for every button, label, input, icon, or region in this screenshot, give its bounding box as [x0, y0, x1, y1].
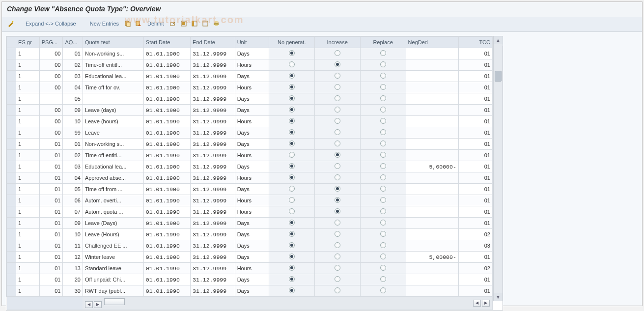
cell-replace-radio[interactable]: [380, 129, 386, 135]
cell-replace-radio[interactable]: [380, 220, 386, 226]
cell-unit[interactable]: Hours: [235, 206, 269, 218]
cell-quotatext[interactable]: Educational lea...: [83, 71, 143, 82]
cell-nogen[interactable]: [269, 93, 314, 105]
cell-aq[interactable]: 12: [63, 252, 83, 263]
cell-quotatext[interactable]: Leave (Hours): [83, 229, 143, 240]
cell-startdate[interactable]: 01.01.1990: [143, 240, 190, 252]
cell-aq[interactable]: 07: [63, 206, 83, 218]
select-all-icon[interactable]: [180, 20, 188, 28]
cell-replace-radio[interactable]: [380, 197, 386, 203]
cell-increase-radio[interactable]: [335, 208, 340, 214]
cell-psg[interactable]: 01: [39, 229, 63, 240]
hscroll-right2-button[interactable]: ▶: [482, 300, 490, 307]
cell-aq[interactable]: 99: [63, 127, 83, 139]
cell-quotatext[interactable]: Challenged EE ...: [83, 240, 143, 252]
cell-aq[interactable]: 04: [63, 172, 83, 184]
cell-tcc[interactable]: 01: [458, 218, 492, 229]
cell-esgr[interactable]: 1: [16, 93, 40, 105]
cell-enddate[interactable]: 31.12.9999: [191, 116, 235, 127]
cell-nogen-radio[interactable]: [289, 197, 295, 203]
expand-collapse-button[interactable]: Expand <-> Collapse: [24, 19, 78, 28]
cell-nogen-radio[interactable]: [289, 242, 295, 248]
select-block-icon[interactable]: [191, 20, 198, 28]
col-esgr[interactable]: ES gr: [16, 37, 40, 48]
row-selector[interactable]: [7, 116, 16, 127]
cell-tcc[interactable]: 01: [458, 48, 492, 59]
cell-startdate[interactable]: 01.01.1900: [143, 48, 190, 59]
cell-psg[interactable]: 00: [39, 127, 63, 139]
scroll-thumb[interactable]: [495, 71, 502, 82]
cell-replace-radio[interactable]: [380, 276, 386, 282]
new-entries-button[interactable]: New Entries: [88, 19, 121, 28]
col-selector[interactable]: [7, 37, 16, 48]
cell-esgr[interactable]: 1: [16, 263, 40, 274]
cell-startdate[interactable]: 01.01.1900: [143, 172, 190, 184]
cell-increase[interactable]: [314, 184, 360, 195]
cell-nogen-radio[interactable]: [289, 287, 295, 293]
cell-aq[interactable]: 10: [63, 229, 83, 240]
cell-nogen[interactable]: [269, 172, 314, 184]
cell-esgr[interactable]: 1: [16, 71, 40, 82]
cell-startdate[interactable]: 01.01.1900: [143, 82, 190, 93]
row-selector[interactable]: [7, 218, 16, 229]
cell-nogen-radio[interactable]: [289, 118, 295, 124]
cell-quotatext[interactable]: Off unpaid: Chi...: [83, 274, 143, 285]
row-selector[interactable]: [7, 93, 16, 105]
cell-startdate[interactable]: 01.01.1990: [143, 229, 190, 240]
cell-nogen[interactable]: [269, 105, 314, 116]
cell-aq[interactable]: 03: [63, 71, 83, 82]
cell-increase[interactable]: [314, 274, 360, 285]
hscroll-left-button[interactable]: ◀: [85, 301, 93, 308]
cell-unit[interactable]: Days: [235, 240, 269, 252]
cell-startdate[interactable]: 01.01.1900: [143, 161, 190, 172]
cell-aq[interactable]: 04: [63, 82, 83, 93]
cell-unit[interactable]: Hours: [235, 172, 269, 184]
cell-increase[interactable]: [314, 172, 360, 184]
cell-enddate[interactable]: 31.12.9999: [191, 161, 235, 172]
cell-negded[interactable]: [406, 263, 458, 274]
scroll-down-icon[interactable]: ▼: [494, 293, 503, 301]
cell-negded[interactable]: [406, 206, 458, 218]
cell-esgr[interactable]: 1: [16, 240, 40, 252]
cell-esgr[interactable]: 1: [16, 206, 40, 218]
cell-startdate[interactable]: 01.01.1990: [143, 150, 190, 161]
cell-esgr[interactable]: 1: [16, 127, 40, 139]
cell-psg[interactable]: 00: [39, 71, 63, 82]
cell-startdate[interactable]: 01.01.1990: [143, 274, 190, 285]
cell-tcc[interactable]: 01: [458, 127, 492, 139]
table-row[interactable]: 10107Autom. quota ...01.01.199031.12.999…: [7, 206, 493, 218]
cell-unit[interactable]: Hours: [235, 263, 269, 274]
hscroll-right-button[interactable]: ▶: [94, 301, 102, 308]
cell-unit[interactable]: Days: [235, 127, 269, 139]
cell-replace-radio[interactable]: [380, 141, 386, 146]
table-row[interactable]: 10120Off unpaid: Chi...01.01.199031.12.9…: [7, 274, 493, 285]
cell-unit[interactable]: Hours: [235, 82, 269, 93]
cell-unit[interactable]: Days: [235, 252, 269, 263]
cell-increase-radio[interactable]: [335, 163, 340, 169]
col-quotatext[interactable]: Quota text: [83, 37, 143, 48]
cell-negded[interactable]: [406, 172, 458, 184]
cell-increase[interactable]: [314, 48, 360, 59]
cell-quotatext[interactable]: Leave: [83, 127, 143, 139]
cell-esgr[interactable]: 1: [16, 184, 40, 195]
cell-replace-radio[interactable]: [380, 231, 386, 237]
cell-replace[interactable]: [360, 252, 406, 263]
cell-nogen[interactable]: [269, 229, 314, 240]
cell-enddate[interactable]: 31.12.9999: [191, 252, 235, 263]
cell-quotatext[interactable]: Leave (Days): [83, 218, 143, 229]
cell-replace-radio[interactable]: [380, 186, 386, 192]
cell-aq[interactable]: 06: [63, 195, 83, 206]
cell-nogen[interactable]: [269, 150, 314, 161]
cell-negded[interactable]: [406, 195, 458, 206]
cell-esgr[interactable]: 1: [16, 150, 40, 161]
cell-replace-radio[interactable]: [380, 84, 386, 90]
print-icon[interactable]: [212, 20, 220, 28]
cell-tcc[interactable]: 02: [458, 263, 492, 274]
cell-negded[interactable]: [406, 184, 458, 195]
cell-esgr[interactable]: 1: [16, 195, 40, 206]
cell-enddate[interactable]: 31.12.9999: [191, 218, 235, 229]
cell-enddate[interactable]: 31.12.9999: [191, 206, 235, 218]
cell-increase-radio[interactable]: [335, 84, 340, 90]
cell-unit[interactable]: Days: [235, 48, 269, 59]
cell-negded[interactable]: [406, 71, 458, 82]
